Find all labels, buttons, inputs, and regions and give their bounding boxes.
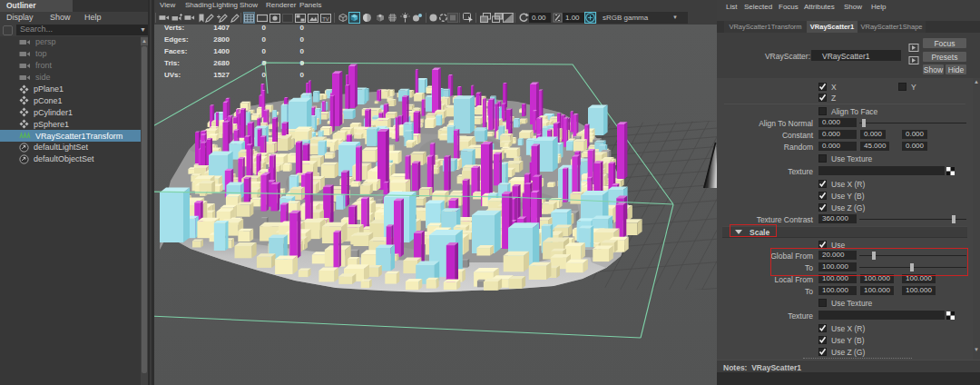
svg-text:TV: TV: [322, 15, 329, 21]
svg-text:0: 0: [300, 25, 305, 32]
svg-text:0: 0: [262, 35, 267, 44]
svg-text:0: 0: [262, 59, 267, 67]
svg-text:UVs:: UVs:: [164, 71, 181, 79]
svg-text:1527: 1527: [213, 71, 230, 79]
svg-text:Edges:: Edges:: [164, 35, 189, 44]
svg-text:2680: 2680: [213, 59, 230, 67]
svg-text:0: 0: [300, 59, 305, 67]
svg-text:0: 0: [262, 47, 267, 55]
svg-text:2800: 2800: [213, 35, 230, 44]
svg-text:1407: 1407: [213, 25, 230, 32]
svg-text:0: 0: [300, 47, 305, 55]
svg-text:Tris:: Tris:: [164, 59, 180, 67]
svg-text:Faces:: Faces:: [164, 47, 187, 55]
svg-text:Verts:: Verts:: [164, 25, 184, 32]
svg-text:0: 0: [262, 25, 267, 32]
svg-text:0: 0: [262, 71, 267, 79]
svg-text:1400: 1400: [213, 47, 230, 55]
svg-text:0: 0: [300, 35, 305, 44]
svg-text:0: 0: [300, 71, 305, 79]
